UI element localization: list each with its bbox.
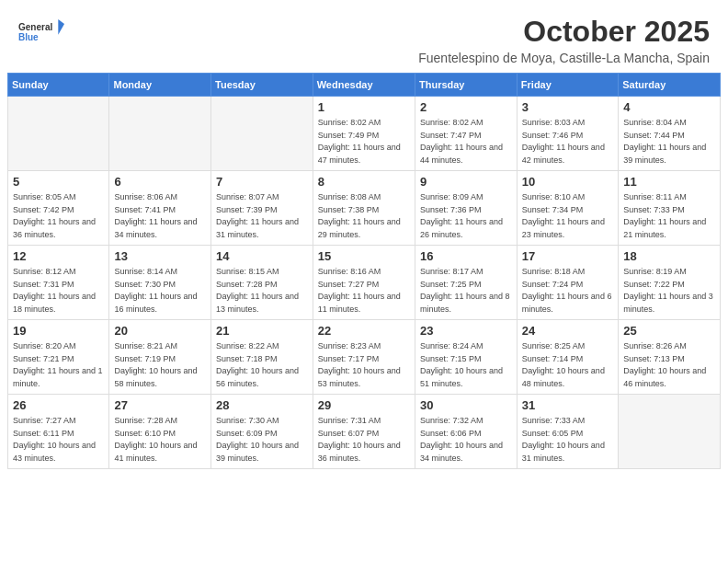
day-info: Sunrise: 8:24 AMSunset: 7:15 PMDaylight:… (420, 340, 512, 390)
day-number: 27 (114, 398, 206, 412)
day-info: Sunrise: 8:12 AMSunset: 7:31 PMDaylight:… (13, 266, 104, 316)
calendar-cell: 11 Sunrise: 8:11 AMSunset: 7:33 PMDaylig… (619, 171, 721, 246)
day-info: Sunrise: 8:26 AMSunset: 7:13 PMDaylight:… (623, 340, 715, 390)
logo: General Blue (18, 15, 64, 52)
calendar-cell: 10 Sunrise: 8:10 AMSunset: 7:34 PMDaylig… (517, 171, 618, 246)
day-info: Sunrise: 8:05 AMSunset: 7:42 PMDaylight:… (13, 191, 104, 241)
day-info: Sunrise: 8:21 AMSunset: 7:19 PMDaylight:… (114, 340, 206, 390)
calendar-cell: 25 Sunrise: 8:26 AMSunset: 7:13 PMDaylig… (619, 320, 721, 395)
calendar-cell: 9 Sunrise: 8:09 AMSunset: 7:36 PMDayligh… (415, 171, 517, 246)
day-number: 11 (623, 175, 715, 189)
day-info: Sunrise: 8:06 AMSunset: 7:41 PMDaylight:… (114, 191, 206, 241)
day-number: 8 (318, 175, 410, 189)
calendar-cell: 13 Sunrise: 8:14 AMSunset: 7:30 PMDaylig… (109, 246, 211, 320)
day-info: Sunrise: 8:10 AMSunset: 7:34 PMDaylight:… (522, 191, 613, 241)
week-row-2: 5 Sunrise: 8:05 AMSunset: 7:42 PMDayligh… (8, 171, 721, 246)
day-info: Sunrise: 8:11 AMSunset: 7:33 PMDaylight:… (623, 191, 715, 241)
day-info: Sunrise: 8:23 AMSunset: 7:17 PMDaylight:… (318, 340, 410, 390)
day-info: Sunrise: 8:03 AMSunset: 7:46 PMDaylight:… (522, 117, 613, 167)
calendar-cell: 17 Sunrise: 8:18 AMSunset: 7:24 PMDaylig… (517, 246, 618, 320)
day-info: Sunrise: 8:19 AMSunset: 7:22 PMDaylight:… (623, 266, 715, 316)
day-info: Sunrise: 8:08 AMSunset: 7:38 PMDaylight:… (318, 191, 410, 241)
day-info: Sunrise: 7:31 AMSunset: 6:07 PMDaylight:… (318, 415, 410, 465)
calendar-cell: 26 Sunrise: 7:27 AMSunset: 6:11 PMDaylig… (8, 395, 109, 469)
week-row-3: 12 Sunrise: 8:12 AMSunset: 7:31 PMDaylig… (8, 246, 721, 320)
day-number: 20 (114, 324, 206, 338)
day-number: 18 (623, 249, 715, 263)
day-number: 29 (318, 398, 410, 412)
week-row-4: 19 Sunrise: 8:20 AMSunset: 7:21 PMDaylig… (8, 320, 721, 395)
calendar-cell: 15 Sunrise: 8:16 AMSunset: 7:27 PMDaylig… (313, 246, 415, 320)
calendar-cell: 23 Sunrise: 8:24 AMSunset: 7:15 PMDaylig… (415, 320, 517, 395)
day-number: 14 (216, 249, 308, 263)
calendar-cell: 30 Sunrise: 7:32 AMSunset: 6:06 PMDaylig… (415, 395, 517, 469)
day-number: 31 (522, 398, 613, 412)
day-info: Sunrise: 8:02 AMSunset: 7:47 PMDaylight:… (420, 117, 512, 167)
day-header-monday: Monday (109, 74, 211, 97)
svg-marker-2 (58, 19, 64, 35)
calendar-cell: 16 Sunrise: 8:17 AMSunset: 7:25 PMDaylig… (415, 246, 517, 320)
day-number: 15 (318, 249, 410, 263)
calendar-cell (619, 395, 721, 469)
svg-text:General: General (18, 22, 52, 32)
calendar-table: SundayMondayTuesdayWednesdayThursdayFrid… (7, 73, 721, 469)
day-number: 22 (318, 324, 410, 338)
day-info: Sunrise: 8:22 AMSunset: 7:18 PMDaylight:… (216, 340, 308, 390)
calendar-cell: 27 Sunrise: 7:28 AMSunset: 6:10 PMDaylig… (109, 395, 211, 469)
day-info: Sunrise: 8:09 AMSunset: 7:36 PMDaylight:… (420, 191, 512, 241)
calendar-cell: 6 Sunrise: 8:06 AMSunset: 7:41 PMDayligh… (109, 171, 211, 246)
day-info: Sunrise: 8:02 AMSunset: 7:49 PMDaylight:… (318, 117, 410, 167)
day-number: 6 (114, 175, 206, 189)
day-header-saturday: Saturday (619, 74, 721, 97)
day-number: 16 (420, 249, 512, 263)
day-number: 10 (522, 175, 613, 189)
calendar-cell: 14 Sunrise: 8:15 AMSunset: 7:28 PMDaylig… (211, 246, 313, 320)
calendar-cell: 28 Sunrise: 7:30 AMSunset: 6:09 PMDaylig… (211, 395, 313, 469)
calendar-cell: 18 Sunrise: 8:19 AMSunset: 7:22 PMDaylig… (619, 246, 721, 320)
day-info: Sunrise: 8:17 AMSunset: 7:25 PMDaylight:… (420, 266, 512, 316)
svg-text:Blue: Blue (18, 32, 39, 42)
calendar-cell: 19 Sunrise: 8:20 AMSunset: 7:21 PMDaylig… (8, 320, 109, 395)
calendar-cell: 31 Sunrise: 7:33 AMSunset: 6:05 PMDaylig… (517, 395, 618, 469)
calendar-cell (109, 97, 211, 171)
day-number: 24 (522, 324, 613, 338)
calendar-cell (211, 97, 313, 171)
day-info: Sunrise: 8:18 AMSunset: 7:24 PMDaylight:… (522, 266, 613, 316)
day-info: Sunrise: 8:16 AMSunset: 7:27 PMDaylight:… (318, 266, 410, 316)
day-number: 13 (114, 249, 206, 263)
day-header-wednesday: Wednesday (313, 74, 415, 97)
day-number: 5 (13, 175, 104, 189)
day-info: Sunrise: 7:28 AMSunset: 6:10 PMDaylight:… (114, 415, 206, 465)
day-info: Sunrise: 7:27 AMSunset: 6:11 PMDaylight:… (13, 415, 104, 465)
calendar-cell: 4 Sunrise: 8:04 AMSunset: 7:44 PMDayligh… (619, 97, 721, 171)
title-block: October 2025 Fuentelespino de Moya, Cast… (418, 15, 710, 65)
calendar-cell: 8 Sunrise: 8:08 AMSunset: 7:38 PMDayligh… (313, 171, 415, 246)
day-number: 17 (522, 249, 613, 263)
header: General Blue October 2025 Fuentelespino … (0, 0, 728, 73)
day-number: 19 (13, 324, 104, 338)
calendar-cell: 7 Sunrise: 8:07 AMSunset: 7:39 PMDayligh… (211, 171, 313, 246)
location-title: Fuentelespino de Moya, Castille-La Manch… (418, 51, 710, 65)
calendar-cell: 1 Sunrise: 8:02 AMSunset: 7:49 PMDayligh… (313, 97, 415, 171)
day-header-sunday: Sunday (8, 74, 109, 97)
day-number: 7 (216, 175, 308, 189)
day-info: Sunrise: 8:25 AMSunset: 7:14 PMDaylight:… (522, 340, 613, 390)
day-number: 3 (522, 100, 613, 114)
calendar-cell (8, 97, 109, 171)
day-headers-row: SundayMondayTuesdayWednesdayThursdayFrid… (8, 74, 721, 97)
calendar-cell: 21 Sunrise: 8:22 AMSunset: 7:18 PMDaylig… (211, 320, 313, 395)
day-number: 28 (216, 398, 308, 412)
day-header-thursday: Thursday (415, 74, 517, 97)
week-row-1: 1 Sunrise: 8:02 AMSunset: 7:49 PMDayligh… (8, 97, 721, 171)
day-info: Sunrise: 8:04 AMSunset: 7:44 PMDaylight:… (623, 117, 715, 167)
day-info: Sunrise: 7:32 AMSunset: 6:06 PMDaylight:… (420, 415, 512, 465)
day-number: 2 (420, 100, 512, 114)
calendar-cell: 5 Sunrise: 8:05 AMSunset: 7:42 PMDayligh… (8, 171, 109, 246)
day-number: 26 (13, 398, 104, 412)
calendar-cell: 20 Sunrise: 8:21 AMSunset: 7:19 PMDaylig… (109, 320, 211, 395)
calendar-cell: 24 Sunrise: 8:25 AMSunset: 7:14 PMDaylig… (517, 320, 618, 395)
day-info: Sunrise: 8:20 AMSunset: 7:21 PMDaylight:… (13, 340, 104, 390)
day-info: Sunrise: 7:33 AMSunset: 6:05 PMDaylight:… (522, 415, 613, 465)
day-number: 4 (623, 100, 715, 114)
day-number: 23 (420, 324, 512, 338)
